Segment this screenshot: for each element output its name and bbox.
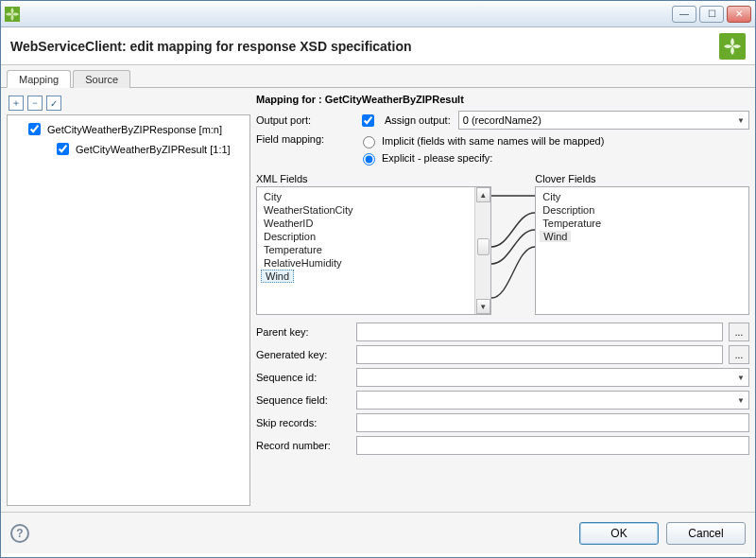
collapse-all-button[interactable]: － — [27, 96, 43, 111]
output-port-value: 0 (recordName2) — [463, 114, 541, 126]
expand-all-button[interactable]: ＋ — [9, 96, 24, 111]
app-icon — [5, 7, 20, 22]
tree-item[interactable]: GetCityWeatherByZIPResponse [m:n] — [9, 119, 248, 139]
radio-explicit[interactable]: Explicit - please specify: — [358, 150, 604, 166]
output-port-combo[interactable]: 0 (recordName2) ▼ — [458, 111, 749, 130]
scroll-thumb[interactable] — [477, 238, 490, 255]
tab-source[interactable]: Source — [73, 70, 130, 88]
list-item[interactable]: RelativeHumidity — [261, 256, 471, 270]
parent-key-row: Parent key: ... — [256, 323, 749, 341]
scrollbar[interactable]: ▲ ▼ — [474, 187, 490, 314]
tab-mapping[interactable]: Mapping — [7, 70, 71, 88]
xml-fields-column: XML Fields City WeatherStationCity Weath… — [256, 173, 491, 315]
ellipsis-icon: ... — [735, 327, 743, 338]
tree-pane: ＋ － ✓ GetCityWeatherByZIPResponse [m:n] … — [7, 94, 250, 506]
list-item-selected[interactable]: Wind — [540, 231, 571, 242]
mapping-pane: Mapping for : GetCityWeatherByZIPResult … — [256, 94, 749, 506]
chevron-down-icon: ▼ — [737, 116, 745, 125]
sequence-id-label: Sequence id: — [256, 372, 351, 383]
mapping-heading: Mapping for : GetCityWeatherByZIPResult — [256, 94, 749, 105]
list-item[interactable]: WeatherID — [261, 217, 471, 230]
scroll-down-icon[interactable]: ▼ — [476, 299, 490, 314]
list-item[interactable]: Temperature — [540, 217, 745, 230]
assign-output-label: Assign output: — [385, 114, 451, 126]
main-area: ＋ － ✓ GetCityWeatherByZIPResponse [m:n] … — [1, 88, 755, 512]
fields-mapping-area: XML Fields City WeatherStationCity Weath… — [256, 173, 749, 315]
tree-toolbar: ＋ － ✓ — [7, 94, 250, 114]
ok-button[interactable]: OK — [579, 522, 659, 545]
sequence-field-row: Sequence field: ▼ — [256, 391, 749, 410]
tree-item[interactable]: GetCityWeatherByZIPResult [1:1] — [9, 139, 248, 159]
chevron-down-icon: ▼ — [737, 396, 745, 405]
sequence-field-label: Sequence field: — [256, 394, 351, 406]
tabstrip: Mapping Source — [1, 65, 755, 88]
record-number-label: Record number: — [256, 440, 351, 451]
assign-output-checkbox[interactable] — [362, 114, 374, 127]
generated-key-input[interactable] — [356, 345, 723, 364]
list-item[interactable]: City — [540, 190, 745, 203]
minimize-button[interactable]: — — [672, 6, 696, 23]
tree-item-checkbox[interactable] — [57, 143, 69, 155]
ellipsis-icon: ... — [735, 350, 743, 360]
sequence-id-combo[interactable]: ▼ — [356, 368, 749, 387]
output-port-label: Output port: — [256, 114, 351, 126]
field-mapping-label: Field mapping: — [256, 133, 351, 145]
parent-key-input[interactable] — [356, 323, 723, 341]
brand-logo-icon — [719, 33, 746, 60]
skip-records-input[interactable] — [356, 413, 749, 432]
tab-label: Source — [85, 74, 118, 85]
field-mapping-row: Field mapping: Implicit (fields with sam… — [256, 133, 749, 166]
help-icon[interactable]: ? — [10, 524, 29, 543]
dialog-header: WebServiceClient: edit mapping for respo… — [1, 27, 755, 65]
xml-fields-label: XML Fields — [256, 173, 491, 184]
clover-fields-column: Clover Fields City Description Temperatu… — [535, 173, 749, 315]
radio-explicit-input[interactable] — [363, 153, 375, 166]
element-tree[interactable]: GetCityWeatherByZIPResponse [m:n] GetCit… — [7, 114, 250, 506]
generated-key-row: Generated key: ... — [256, 345, 749, 364]
skip-records-row: Skip records: — [256, 413, 749, 432]
chevron-down-icon: ▼ — [737, 374, 745, 382]
close-button[interactable]: ✕ — [727, 6, 751, 23]
tree-item-checkbox[interactable] — [28, 123, 41, 135]
parent-key-browse-button[interactable]: ... — [729, 323, 749, 341]
radio-implicit-input[interactable] — [363, 136, 375, 148]
cancel-button[interactable]: Cancel — [666, 522, 746, 545]
list-item-selected[interactable]: Wind — [261, 270, 294, 283]
tree-item-label: GetCityWeatherByZIPResult [1:1] — [76, 144, 231, 155]
output-port-row: Output port: Assign output: 0 (recordNam… — [256, 111, 749, 130]
tab-label: Mapping — [19, 74, 59, 85]
ok-label: OK — [610, 527, 627, 540]
skip-records-label: Skip records: — [256, 417, 351, 428]
parent-key-label: Parent key: — [256, 326, 351, 338]
tree-item-label: GetCityWeatherByZIPResponse [m:n] — [47, 124, 222, 135]
window-controls: — ☐ ✕ — [672, 6, 751, 23]
xml-fields-list[interactable]: City WeatherStationCity WeatherID Descri… — [256, 186, 491, 315]
cancel-label: Cancel — [688, 527, 723, 540]
mapping-lines — [491, 188, 535, 315]
maximize-button[interactable]: ☐ — [699, 6, 724, 23]
sequence-id-row: Sequence id: ▼ — [256, 368, 749, 387]
record-number-row: Record number: — [256, 436, 749, 455]
dialog-title: WebServiceClient: edit mapping for respo… — [10, 39, 412, 54]
radio-implicit-label: Implicit (fields with same names will be… — [382, 135, 604, 147]
record-number-input[interactable] — [356, 436, 749, 455]
list-item[interactable]: WeatherStationCity — [261, 203, 471, 217]
radio-implicit[interactable]: Implicit (fields with same names will be… — [358, 133, 604, 148]
generated-key-label: Generated key: — [256, 349, 351, 360]
check-all-button[interactable]: ✓ — [46, 96, 61, 111]
list-item[interactable]: Description — [540, 203, 745, 217]
clover-fields-label: Clover Fields — [535, 173, 749, 184]
sequence-field-combo[interactable]: ▼ — [356, 391, 749, 410]
titlebar: — ☐ ✕ — [1, 1, 755, 27]
scroll-up-icon[interactable]: ▲ — [476, 187, 490, 202]
list-item[interactable]: Description — [261, 230, 471, 243]
dialog-footer: ? OK Cancel — [1, 512, 755, 553]
generated-key-browse-button[interactable]: ... — [729, 345, 749, 364]
list-item[interactable]: Temperature — [261, 243, 471, 256]
radio-explicit-label: Explicit - please specify: — [382, 152, 492, 164]
list-item[interactable]: City — [261, 190, 471, 203]
clover-fields-list[interactable]: City Description Temperature Wind — [535, 186, 749, 315]
